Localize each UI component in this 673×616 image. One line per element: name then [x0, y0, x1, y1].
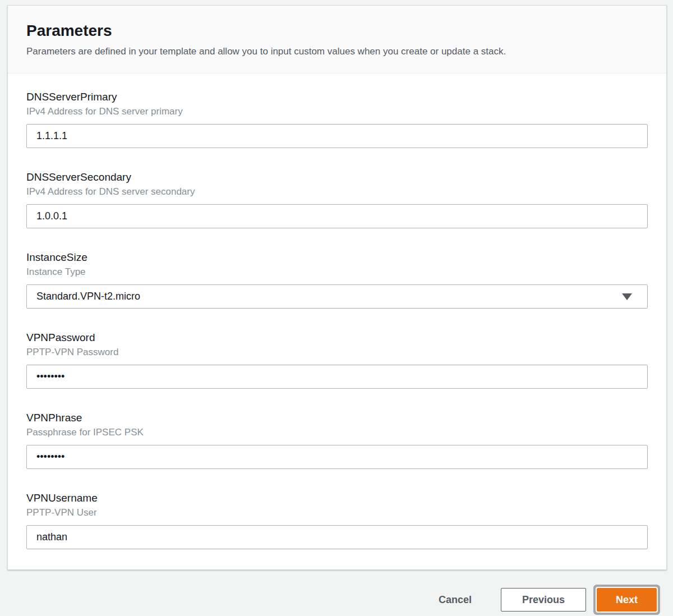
field-label: InstanceSize	[26, 251, 648, 264]
parameters-panel: Parameters Parameters are defined in you…	[7, 5, 667, 570]
field-label: VPNPhrase	[26, 411, 648, 425]
cancel-button[interactable]: Cancel	[439, 588, 472, 612]
page: Parameters Parameters are defined in you…	[0, 0, 673, 615]
field-label: VPNUsername	[26, 491, 648, 505]
field-vpnusername: VPNUsername PPTP-VPN User	[26, 491, 648, 549]
field-label: DNSServerSecondary	[26, 171, 648, 184]
panel-description: Parameters are defined in your template …	[26, 45, 648, 58]
caret-down-icon	[622, 293, 632, 300]
instancesize-selected-value: Standard.VPN-t2.micro	[36, 291, 140, 302]
field-description: Passphrase for IPSEC PSK	[26, 426, 648, 438]
field-vpnpassword: VPNPassword PPTP-VPN Password	[26, 331, 648, 389]
field-label: DNSServerPrimary	[26, 90, 648, 104]
field-label: VPNPassword	[26, 331, 648, 344]
panel-title: Parameters	[26, 22, 648, 40]
dnsserversecondary-input[interactable]	[26, 204, 648, 228]
next-button[interactable]: Next	[597, 588, 657, 612]
field-description: Instance Type	[26, 266, 648, 278]
vpnusername-input[interactable]	[26, 525, 648, 549]
instancesize-select[interactable]: Standard.VPN-t2.micro	[26, 284, 648, 309]
field-instancesize: InstanceSize Instance Type Standard.VPN-…	[26, 251, 648, 309]
wizard-actions: Cancel Previous Next	[7, 585, 660, 615]
dnsserverprimary-input[interactable]	[26, 124, 648, 148]
field-description: IPv4 Address for DNS server secondary	[26, 186, 648, 197]
vpnphrase-input[interactable]	[26, 445, 648, 469]
field-description: PPTP-VPN Password	[26, 346, 648, 358]
parameters-form: DNSServerPrimary IPv4 Address for DNS se…	[8, 73, 666, 569]
field-description: IPv4 Address for DNS server primary	[26, 105, 648, 117]
field-dnsserversecondary: DNSServerSecondary IPv4 Address for DNS …	[26, 171, 648, 228]
field-vpnphrase: VPNPhrase Passphrase for IPSEC PSK	[26, 411, 648, 469]
field-description: PPTP-VPN User	[26, 507, 648, 518]
vpnpassword-input[interactable]	[26, 365, 648, 389]
previous-button[interactable]: Previous	[501, 588, 586, 612]
panel-header: Parameters Parameters are defined in you…	[8, 6, 666, 73]
field-dnsserverprimary: DNSServerPrimary IPv4 Address for DNS se…	[26, 90, 648, 148]
